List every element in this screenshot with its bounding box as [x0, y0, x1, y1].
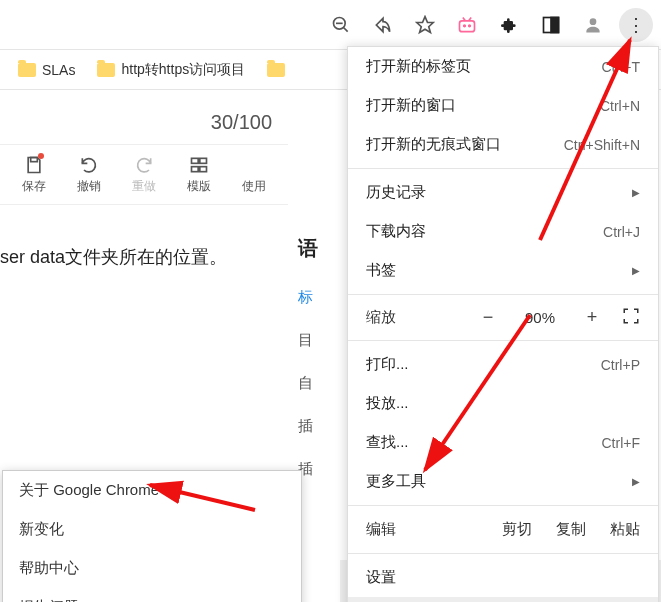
- cut-button[interactable]: 剪切: [502, 520, 532, 539]
- menu-print[interactable]: 打印... Ctrl+P: [348, 345, 658, 384]
- menu-history[interactable]: 历史记录 ▶: [348, 173, 658, 212]
- extensions-puzzle-icon[interactable]: [493, 9, 525, 41]
- menu-label: 书签: [366, 261, 396, 280]
- kebab-menu-icon[interactable]: ⋮: [619, 8, 653, 42]
- menu-label: 下载内容: [366, 222, 426, 241]
- svg-point-7: [464, 25, 466, 27]
- submenu-report-issue[interactable]: 报告问题... Alt+Shift+I: [3, 588, 301, 602]
- undo-label: 撤销: [77, 178, 101, 195]
- undo-button[interactable]: 撤销: [77, 155, 101, 195]
- svg-rect-4: [460, 20, 475, 31]
- menu-new-tab[interactable]: 打开新的标签页 Ctrl+T: [348, 47, 658, 86]
- profile-icon[interactable]: [577, 9, 609, 41]
- menu-shortcut: Ctrl+N: [600, 98, 640, 114]
- menu-cast[interactable]: 投放...: [348, 384, 658, 423]
- submenu-label: 关于 Google Chrome: [19, 481, 159, 500]
- editor-toolbar: 保存 撤销 重做 模版 使用: [0, 145, 288, 205]
- submenu-whats-new[interactable]: 新变化: [3, 510, 301, 549]
- copy-button[interactable]: 复制: [556, 520, 586, 539]
- chevron-right-icon: ▶: [632, 476, 640, 487]
- menu-separator: [348, 168, 658, 169]
- folder-icon: [267, 63, 285, 77]
- svg-line-1: [344, 27, 348, 31]
- svg-rect-13: [192, 158, 199, 163]
- svg-marker-3: [417, 16, 434, 32]
- bookmark-label: http转https访问项目: [121, 61, 245, 79]
- menu-separator: [348, 505, 658, 506]
- unsaved-dot-icon: [38, 153, 44, 159]
- paste-button[interactable]: 粘贴: [610, 520, 640, 539]
- side-link-0[interactable]: 标: [288, 276, 348, 319]
- menu-separator: [348, 553, 658, 554]
- svg-rect-15: [192, 166, 199, 171]
- svg-rect-16: [200, 166, 207, 171]
- content-text: ser data文件夹所在的位置。: [0, 205, 288, 279]
- template-button[interactable]: 模版: [187, 155, 211, 195]
- char-counter: 30/100: [0, 100, 288, 145]
- menu-label: 打印...: [366, 355, 409, 374]
- menu-shortcut: Ctrl+J: [603, 224, 640, 240]
- menu-downloads[interactable]: 下载内容 Ctrl+J: [348, 212, 658, 251]
- side-title: 语: [288, 205, 348, 276]
- menu-find[interactable]: 查找... Ctrl+F: [348, 423, 658, 462]
- star-icon[interactable]: [409, 9, 441, 41]
- svg-point-8: [469, 25, 471, 27]
- bookmark-folder-partial[interactable]: [259, 59, 293, 81]
- submenu-help-center[interactable]: 帮助中心: [3, 549, 301, 588]
- usage-button[interactable]: 使用: [242, 155, 266, 195]
- svg-point-11: [590, 18, 597, 25]
- submenu-about-chrome[interactable]: 关于 Google Chrome: [3, 471, 301, 510]
- redo-icon: [134, 155, 154, 175]
- menu-settings[interactable]: 设置: [348, 558, 658, 597]
- side-link-3[interactable]: 插: [288, 405, 348, 448]
- bookmark-label: SLAs: [42, 62, 75, 78]
- zoom-minus-button[interactable]: −: [476, 307, 500, 328]
- folder-icon: [18, 63, 36, 77]
- menu-more-tools[interactable]: 更多工具 ▶: [348, 462, 658, 501]
- submenu-label: 新变化: [19, 520, 64, 539]
- svg-rect-14: [200, 158, 207, 163]
- folder-icon: [97, 63, 115, 77]
- menu-label: 更多工具: [366, 472, 426, 491]
- share-icon[interactable]: [367, 9, 399, 41]
- menu-shortcut: Ctrl+Shift+N: [564, 137, 640, 153]
- zoom-out-icon[interactable]: [325, 9, 357, 41]
- svg-rect-12: [30, 157, 37, 161]
- redo-button[interactable]: 重做: [132, 155, 156, 195]
- fullscreen-icon[interactable]: [622, 307, 640, 328]
- submenu-label: 帮助中心: [19, 559, 79, 578]
- undo-icon: [79, 155, 99, 175]
- save-label: 保存: [22, 178, 46, 195]
- side-link-1[interactable]: 目: [288, 319, 348, 362]
- menu-separator: [348, 340, 658, 341]
- bilibili-icon[interactable]: [451, 9, 483, 41]
- reader-icon[interactable]: [535, 9, 567, 41]
- menu-label: 打开新的标签页: [366, 57, 471, 76]
- usage-label: 使用: [242, 178, 266, 195]
- counter-value: 30/100: [211, 111, 272, 134]
- menu-edit-row: 编辑 剪切 复制 粘贴: [348, 510, 658, 549]
- save-button[interactable]: 保存: [22, 155, 46, 195]
- chevron-right-icon: ▶: [632, 187, 640, 198]
- menu-shortcut: Ctrl+T: [602, 59, 641, 75]
- menu-new-window[interactable]: 打开新的窗口 Ctrl+N: [348, 86, 658, 125]
- side-link-2[interactable]: 自: [288, 362, 348, 405]
- menu-zoom: 缩放 − 90% +: [348, 299, 658, 336]
- zoom-label: 缩放: [366, 308, 458, 327]
- zoom-plus-button[interactable]: +: [580, 307, 604, 328]
- menu-separator: [348, 294, 658, 295]
- menu-new-incognito[interactable]: 打开新的无痕式窗口 Ctrl+Shift+N: [348, 125, 658, 164]
- menu-label: 查找...: [366, 433, 409, 452]
- bookmark-folder-slas[interactable]: SLAs: [10, 58, 83, 82]
- menu-bookmarks[interactable]: 书签 ▶: [348, 251, 658, 290]
- menu-label: 打开新的窗口: [366, 96, 456, 115]
- svg-rect-10: [551, 17, 559, 32]
- redo-label: 重做: [132, 178, 156, 195]
- menu-help[interactable]: 帮助 ▶: [348, 597, 658, 602]
- menu-shortcut: Ctrl+P: [601, 357, 640, 373]
- menu-label: 投放...: [366, 394, 409, 413]
- bookmark-folder-http[interactable]: http转https访问项目: [89, 57, 253, 83]
- zoom-value: 90%: [518, 309, 562, 326]
- edit-label: 编辑: [366, 520, 478, 539]
- menu-shortcut: Ctrl+F: [602, 435, 641, 451]
